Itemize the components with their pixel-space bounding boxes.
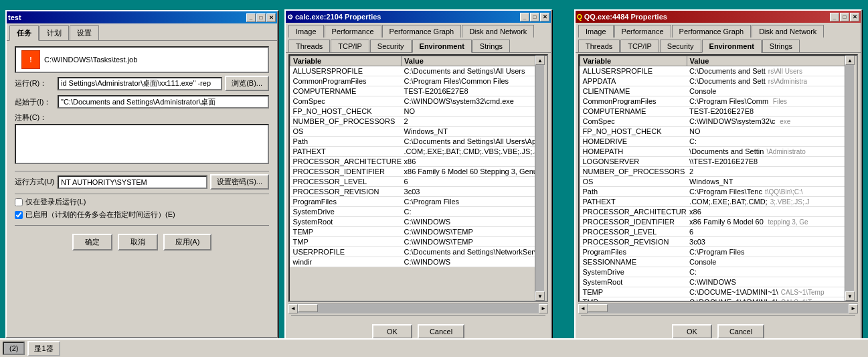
tab-threads[interactable]: Threads xyxy=(288,40,330,52)
table-row[interactable]: ComSpecC:\WINDOWS\system32\c exe xyxy=(580,117,847,127)
table-row[interactable]: NUMBER_OF_PROCESSORS2 xyxy=(580,167,847,177)
tab-perf-graph[interactable]: Performance Graph xyxy=(382,25,462,38)
table-row[interactable]: PROCESSOR_LEVEL6 xyxy=(290,177,537,187)
qq-tab-threads[interactable]: Threads xyxy=(578,40,620,52)
tab-performance[interactable]: Performance xyxy=(325,25,381,38)
table-row[interactable]: SystemRootC:\WINDOWS xyxy=(580,277,847,287)
qq-tab-perf-graph[interactable]: Performance Graph xyxy=(672,25,752,38)
table-row[interactable]: PROCESSOR_ARCHITECTUREx86 xyxy=(290,157,537,167)
calc-hscroll-left[interactable]: ◄ xyxy=(288,304,298,313)
close-button[interactable]: ✕ xyxy=(266,13,276,22)
qq-hscroll-track[interactable] xyxy=(588,304,849,313)
qq-hscroll-right[interactable]: ► xyxy=(849,304,858,313)
runas-input[interactable] xyxy=(58,175,207,189)
qq-tab-environment[interactable]: Environment xyxy=(702,40,762,53)
start-input[interactable] xyxy=(58,95,269,109)
qq-minimize-button[interactable]: _ xyxy=(830,13,839,21)
table-row[interactable]: SystemDriveC: xyxy=(580,267,847,277)
calc-cancel-button[interactable]: Cancel xyxy=(418,324,464,339)
table-row[interactable]: TEMPC:\DOCUME~1\ADMINI~1\CALS~1\Temp xyxy=(580,287,847,297)
table-row[interactable]: ComSpecC:\WINDOWS\system32\cmd.exe xyxy=(290,96,537,106)
calc-hscroll-track[interactable] xyxy=(298,304,539,313)
table-row[interactable]: PROCESSOR_REVISION3c03 xyxy=(580,237,847,247)
calc-scroll-track[interactable] xyxy=(535,65,544,291)
table-row[interactable]: CommonProgramFilesC:\Program Files\Comm … xyxy=(580,96,847,106)
qq-hscroll-left[interactable]: ◄ xyxy=(578,304,588,313)
checkbox-login[interactable] xyxy=(15,198,23,206)
tab-tcpip[interactable]: TCP/IP xyxy=(331,40,369,52)
qq-tab-disk-network[interactable]: Disk and Network xyxy=(752,25,824,38)
tab-settings[interactable]: 设置 xyxy=(70,25,99,40)
qq-scroll-down[interactable]: ▼ xyxy=(845,291,855,301)
table-row[interactable]: HOMEPATH\Documents and Settin\Administra… xyxy=(580,147,847,157)
table-row[interactable]: PROCESSOR_REVISION3c03 xyxy=(290,187,537,197)
table-row[interactable]: APPDATAC:\Documents and Settrs\Administr… xyxy=(580,76,847,86)
tab-security[interactable]: Security xyxy=(370,40,412,52)
qq-tab-strings[interactable]: Strings xyxy=(762,40,800,52)
qq-tab-image[interactable]: Image xyxy=(578,25,614,38)
qq-tab-performance[interactable]: Performance xyxy=(614,25,671,38)
table-row[interactable]: NUMBER_OF_PROCESSORS2 xyxy=(290,117,537,127)
table-row[interactable]: COMPUTERNAMETEST-E2016E27E8 xyxy=(290,86,537,96)
tab-image[interactable]: Image xyxy=(288,25,324,38)
table-row[interactable]: PROCESSOR_IDENTIFIERx86 Family 6 Model 6… xyxy=(580,217,847,227)
qq-scroll-track[interactable] xyxy=(845,65,854,291)
qq-tab-tcpip[interactable]: TCP/IP xyxy=(620,40,659,52)
table-row[interactable]: LOGONSERVER\\TEST-E2016E27E8 xyxy=(580,157,847,167)
qq-vscrollbar[interactable]: ▲ ▼ xyxy=(845,56,854,301)
qq-close-button[interactable]: ✕ xyxy=(850,13,859,21)
checkbox-enabled[interactable] xyxy=(15,211,23,219)
calc-close-button[interactable]: ✕ xyxy=(540,13,549,21)
calc-minimize-button[interactable]: _ xyxy=(520,13,529,21)
table-row[interactable]: PathC:\Documents and Settings\All Users\… xyxy=(290,137,537,147)
table-row[interactable]: FP_NO_HOST_CHECKNO xyxy=(580,127,847,137)
cancel-button[interactable]: 取消 xyxy=(118,234,158,251)
table-row[interactable]: TEMPC:\WINDOWS\TEMP xyxy=(290,227,537,237)
table-row[interactable]: OSWindows_NT xyxy=(580,177,847,187)
table-row[interactable]: OSWindows_NT xyxy=(290,127,537,137)
table-row[interactable]: HOMEDRIVEC: xyxy=(580,137,847,147)
table-row[interactable]: PROCESSOR_ARCHITECTUREx86 xyxy=(580,207,847,217)
table-row[interactable]: PATHEXT.COM;.EXE;.BAT;.CMD;.VBS;.VBE;.JS… xyxy=(290,147,537,157)
tab-disk-network[interactable]: Disk and Network xyxy=(462,25,534,38)
qq-maximize-button[interactable]: □ xyxy=(840,13,849,21)
run-input[interactable] xyxy=(58,77,222,90)
table-row[interactable]: ProgramFilesC:\Program Files xyxy=(290,197,537,207)
qq-hscroll-thumb[interactable] xyxy=(588,304,608,312)
tab-task[interactable]: 任务 xyxy=(9,25,39,41)
table-row[interactable]: ProgramFilesC:\Program Files xyxy=(580,247,847,257)
calc-ok-button[interactable]: OK xyxy=(372,324,412,339)
calc-maximize-button[interactable]: □ xyxy=(530,13,539,21)
table-row[interactable]: TMPC:\DOCUME~1\ADMINI~1\CALS~1\Temp xyxy=(580,297,847,303)
calc-hscroll-thumb[interactable] xyxy=(298,304,318,312)
ok-button[interactable]: 确定 xyxy=(72,234,112,251)
table-row[interactable]: SystemRootC:\WINDOWS xyxy=(290,217,537,227)
table-row[interactable]: COMPUTERNAMETEST-E2016E27E8 xyxy=(580,106,847,117)
table-row[interactable]: ALLUSERSPROFILEC:\Documents and Settings… xyxy=(290,66,537,76)
tab-schedule[interactable]: 计划 xyxy=(39,25,69,40)
table-row[interactable]: SESSIONNAMEConsole xyxy=(580,257,847,267)
taskbar-item2[interactable]: 显1器 xyxy=(27,341,60,356)
qq-tab-security[interactable]: Security xyxy=(660,40,701,52)
table-row[interactable]: SystemDriveC: xyxy=(290,207,537,217)
tab-environment[interactable]: Environment xyxy=(412,40,472,53)
browse-button[interactable]: 浏览(B)... xyxy=(225,76,269,91)
table-row[interactable]: CommonProgramFilesC:\Program Files\Commo… xyxy=(290,76,537,86)
calc-scroll-up[interactable]: ▲ xyxy=(535,56,545,65)
qq-cancel-button[interactable]: Cancel xyxy=(717,324,764,339)
table-row[interactable]: PROCESSOR_LEVEL6 xyxy=(580,227,847,237)
taskbar-item1[interactable]: (2) xyxy=(3,342,25,355)
table-row[interactable]: USERPROFILEC:\Documents and Settings\Net… xyxy=(290,247,537,257)
qq-ok-button[interactable]: OK xyxy=(672,324,712,339)
apply-button[interactable]: 应用(A) xyxy=(163,234,212,251)
table-row[interactable]: FP_NO_HOST_CHECKNO xyxy=(290,106,537,117)
table-row[interactable]: windirC:\WINDOWS xyxy=(290,257,537,267)
qq-hscrollbar[interactable]: ◄ ► xyxy=(578,303,858,313)
table-row[interactable]: TMPC:\WINDOWS\TEMP xyxy=(290,237,537,247)
comment-input[interactable] xyxy=(15,124,269,164)
calc-hscroll-right[interactable]: ► xyxy=(539,304,548,313)
qq-scroll-up[interactable]: ▲ xyxy=(845,56,855,65)
calc-hscrollbar[interactable]: ◄ ► xyxy=(288,303,548,313)
table-row[interactable]: PathC:\Program Files\Tenct\QQ\Bin\;C:\ xyxy=(580,187,847,197)
setpwd-button[interactable]: 设置密码(S)... xyxy=(210,174,269,190)
